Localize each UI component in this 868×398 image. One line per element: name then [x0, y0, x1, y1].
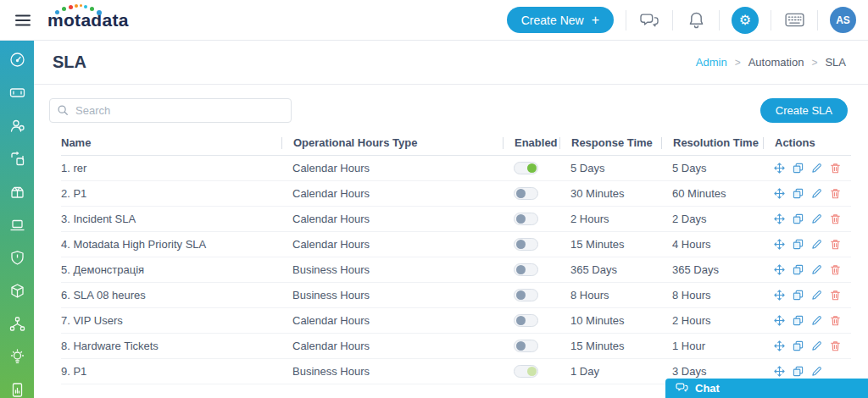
row-name: 8. Hardware Tickets	[61, 340, 281, 352]
laptop-icon[interactable]	[9, 217, 25, 233]
report-icon[interactable]	[9, 382, 25, 398]
enabled-toggle[interactable]	[514, 162, 538, 174]
edit-icon[interactable]	[811, 239, 822, 250]
enabled-toggle[interactable]	[514, 187, 538, 200]
edit-icon[interactable]	[811, 290, 822, 301]
move-icon[interactable]	[774, 290, 785, 301]
delete-icon[interactable]	[830, 315, 841, 326]
row-enabled-cell	[503, 263, 559, 276]
delete-icon[interactable]	[830, 340, 841, 351]
chat-button[interactable]: Chat	[665, 379, 868, 398]
row-enabled-cell	[503, 238, 559, 251]
copy-icon[interactable]	[793, 213, 804, 224]
ticket-icon[interactable]	[9, 85, 25, 101]
enabled-toggle[interactable]	[514, 365, 538, 378]
enabled-toggle[interactable]	[514, 314, 538, 327]
move-icon[interactable]	[774, 213, 785, 224]
delete-icon[interactable]	[830, 213, 841, 224]
avatar[interactable]: AS	[830, 7, 856, 33]
copy-icon[interactable]	[793, 366, 804, 377]
row-hours-type: Calendar Hours	[281, 213, 503, 225]
row-actions	[763, 213, 851, 224]
enabled-toggle[interactable]	[514, 263, 538, 276]
table-header: Name Operational Hours Type Enabled Resp…	[61, 131, 851, 156]
plus-icon: +	[592, 14, 599, 27]
enabled-toggle[interactable]	[514, 238, 538, 251]
search-input[interactable]	[49, 98, 292, 123]
copy-icon[interactable]	[793, 340, 804, 351]
enabled-toggle[interactable]	[514, 213, 538, 225]
toggle-knob	[527, 163, 537, 173]
move-icon[interactable]	[774, 239, 785, 250]
create-new-button[interactable]: Create New +	[507, 7, 614, 33]
chevron-right-icon: >	[735, 57, 741, 69]
delete-icon[interactable]	[830, 264, 841, 275]
keyboard-icon[interactable]	[783, 13, 805, 27]
edit-icon[interactable]	[811, 213, 822, 224]
security-shield-icon[interactable]	[9, 250, 25, 266]
move-icon[interactable]	[774, 188, 785, 199]
row-name: 1. rer	[61, 162, 281, 174]
row-enabled-cell	[503, 187, 559, 200]
row-name: 5. Демонстрація	[61, 263, 281, 276]
delete-icon[interactable]	[830, 188, 841, 199]
toggle-knob	[527, 367, 537, 376]
hamburger-icon[interactable]	[12, 9, 34, 31]
table-row[interactable]: 5. Демонстрація Business Hours 365 Days …	[61, 257, 851, 283]
toggle-knob	[516, 316, 526, 325]
copy-icon[interactable]	[793, 264, 804, 275]
enabled-toggle[interactable]	[514, 289, 538, 301]
divider	[626, 10, 626, 30]
gear-icon[interactable]: ⚙	[732, 7, 759, 34]
table-row[interactable]: 8. Hardware Tickets Calendar Hours 15 Mi…	[61, 334, 851, 359]
copy-icon[interactable]	[793, 315, 804, 326]
logo[interactable]: motadata	[47, 10, 129, 30]
edit-icon[interactable]	[811, 188, 822, 199]
toggle-knob	[516, 214, 526, 224]
change-icon[interactable]	[9, 151, 25, 167]
move-icon[interactable]	[774, 264, 785, 275]
row-actions	[763, 188, 851, 199]
row-resolution-time: 5 Days	[661, 162, 763, 174]
chat-bubbles-icon[interactable]	[638, 12, 660, 29]
enabled-toggle[interactable]	[514, 340, 538, 352]
copy-icon[interactable]	[793, 239, 804, 250]
table-row[interactable]: 2. P1 Calendar Hours 30 Minutes 60 Minut…	[61, 181, 851, 207]
move-icon[interactable]	[774, 340, 785, 351]
package-cube-icon[interactable]	[9, 283, 25, 299]
table-row[interactable]: 1. rer Calendar Hours 5 Days 5 Days	[61, 156, 851, 181]
release-icon[interactable]	[9, 184, 25, 200]
table-row[interactable]: 7. VIP Users Calendar Hours 10 Minutes 2…	[61, 308, 851, 334]
move-icon[interactable]	[774, 163, 785, 174]
bell-icon[interactable]	[685, 11, 707, 29]
copy-icon[interactable]	[793, 188, 804, 199]
breadcrumb-admin[interactable]: Admin	[696, 56, 727, 69]
table-row[interactable]: 3. Incident SLA Calendar Hours 2 Hours 2…	[61, 207, 851, 232]
topology-icon[interactable]	[9, 316, 25, 332]
table-row[interactable]: 4. Motadata High Priority SLA Calendar H…	[61, 232, 851, 257]
edit-icon[interactable]	[811, 340, 822, 351]
app-window: motadata Create New + ⚙ AS	[0, 0, 868, 398]
dashboard-gauge-icon[interactable]	[9, 52, 25, 68]
edit-icon[interactable]	[811, 264, 822, 275]
row-enabled-cell	[503, 365, 559, 378]
delete-icon[interactable]	[830, 290, 841, 301]
user-icon[interactable]	[9, 118, 25, 134]
row-hours-type: Business Hours	[281, 365, 503, 378]
knowledge-bulb-icon[interactable]	[9, 349, 25, 365]
page-title: SLA	[53, 53, 86, 72]
row-response-time: 5 Days	[559, 162, 661, 174]
delete-icon[interactable]	[830, 163, 841, 174]
edit-icon[interactable]	[811, 315, 822, 326]
copy-icon[interactable]	[793, 290, 804, 301]
move-icon[interactable]	[774, 366, 785, 377]
move-icon[interactable]	[774, 315, 785, 326]
edit-icon[interactable]	[811, 366, 822, 377]
table-row[interactable]: 6. SLA 08 heures Business Hours 8 Hours …	[61, 283, 851, 308]
delete-icon[interactable]	[830, 239, 841, 250]
breadcrumb-automation[interactable]: Automation	[748, 56, 804, 69]
row-name: 4. Motadata High Priority SLA	[61, 238, 281, 251]
copy-icon[interactable]	[793, 163, 804, 174]
edit-icon[interactable]	[811, 163, 822, 174]
create-sla-button[interactable]: Create SLA	[760, 98, 848, 123]
